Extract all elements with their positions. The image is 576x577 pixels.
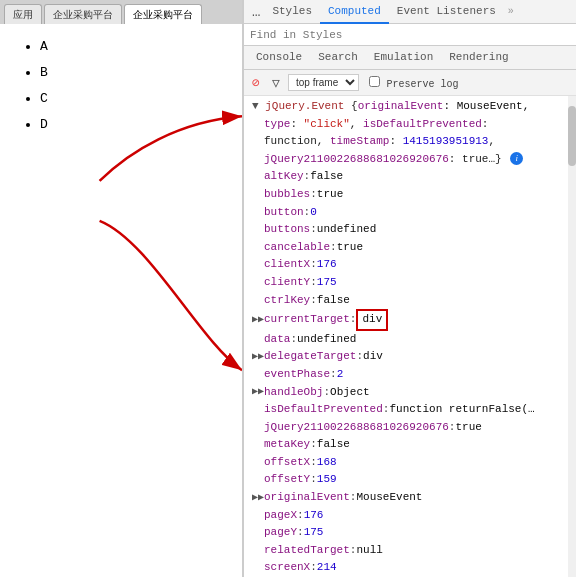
devtools-bottom-tabs: Console Search Emulation Rendering [244, 46, 576, 70]
tab-computed[interactable]: Computed [320, 0, 389, 24]
tab-console[interactable]: Console [248, 46, 310, 70]
prop-key-ctrlKey: ctrlKey [264, 292, 310, 310]
tab-rendering[interactable]: Rendering [441, 46, 516, 70]
expand-delegateTarget[interactable]: ▶ [252, 349, 264, 365]
list-item-b: B [40, 60, 226, 86]
prop-val-currentTarget: div [356, 309, 388, 331]
prop-line-altKey: altKey: false [248, 168, 572, 186]
prop-key-altKey: altKey [264, 168, 304, 186]
prop-line-bubbles: bubbles: true [248, 186, 572, 204]
prop-val-buttons: undefined [317, 221, 376, 239]
prop-key-metaKey: metaKey [264, 436, 310, 454]
prop-line-buttons: buttons: undefined [248, 221, 572, 239]
prop-key-button: button [264, 204, 304, 222]
prop-line-button: button: 0 [248, 204, 572, 222]
prop-key-handleObj: handleObj [264, 384, 323, 402]
tab-2[interactable]: 企业采购平台 [44, 4, 122, 24]
prop-line-offsetY: offsetY: 159 [248, 471, 572, 489]
prop-line-clientX: clientX: 176 [248, 256, 572, 274]
prop-key-offsetX: offsetX [264, 454, 310, 472]
prop-line-originalEvent: ▶originalEvent: MouseEvent [248, 489, 572, 507]
find-styles-input[interactable] [250, 29, 570, 41]
left-panel: 应用 企业采购平台 企业采购平台 A B C D [0, 0, 243, 577]
prop-line-clientY: clientY: 175 [248, 274, 572, 292]
expand-originalEvent[interactable]: ▶ [252, 490, 264, 506]
prop-line-currentTarget: ▶currentTarget: div [248, 309, 572, 331]
dt-ellipsis[interactable]: … [248, 4, 264, 20]
scrollbar-track[interactable] [568, 96, 576, 577]
event-header-line3: function, timeStamp: 1415193951913, [248, 133, 572, 151]
preserve-log-container: Preserve log [369, 76, 459, 90]
find-styles-bar [244, 24, 576, 46]
browser-tabs: 应用 企业采购平台 企业采购平台 [0, 0, 242, 24]
prop-val-screenX: 214 [317, 559, 337, 577]
prop-key-screenX: screenX [264, 559, 310, 577]
frame-selector[interactable]: top frame [288, 74, 359, 91]
tab-search[interactable]: Search [310, 46, 366, 70]
expand-handleObj[interactable]: ▶ [252, 384, 264, 400]
devtools-top-tabs: … Styles Computed Event Listeners » [244, 0, 576, 24]
prop-key-buttons: buttons [264, 221, 310, 239]
page-content: A B C D [0, 24, 242, 577]
prop-val-altKey: false [310, 168, 343, 186]
prop-val-offsetX: 168 [317, 454, 337, 472]
filter-icon[interactable]: ▽ [268, 75, 284, 91]
prop-val-jQuery2110022688681026920676: true [455, 419, 481, 437]
stop-icon[interactable]: ⊘ [248, 75, 264, 91]
prop-line-screenX: screenX: 214 [248, 559, 572, 577]
prop-val-clientX: 176 [317, 256, 337, 274]
preserve-log-label: Preserve log [387, 79, 459, 90]
info-icon[interactable]: i [510, 152, 523, 165]
prop-line-pageY: pageY: 175 [248, 524, 572, 542]
tab-styles[interactable]: Styles [264, 0, 320, 24]
prop-line-data: data: undefined [248, 331, 572, 349]
preserve-log-checkbox[interactable] [369, 76, 380, 87]
event-header-line2: type: "click", isDefaultPrevented: [248, 116, 572, 134]
list-item-d: D [40, 112, 226, 138]
tab-emulation[interactable]: Emulation [366, 46, 441, 70]
prop-line-offsetX: offsetX: 168 [248, 454, 572, 472]
prop-key-originalEvent: originalEvent [264, 489, 350, 507]
prop-val-pageX: 176 [304, 507, 324, 525]
prop-val-cancelable: true [337, 239, 363, 257]
toolbar-row: ⊘ ▽ top frame Preserve log [244, 70, 576, 96]
bullet-list: A B C D [16, 34, 226, 138]
prop-key-cancelable: cancelable [264, 239, 330, 257]
prop-line-handleObj: ▶handleObj: Object [248, 384, 572, 402]
devtools-panel: … Styles Computed Event Listeners » Cons… [243, 0, 576, 577]
prop-key-pageY: pageY [264, 524, 297, 542]
prop-line-jQuery2110022688681026920676: jQuery2110022688681026920676: true [248, 419, 572, 437]
expand-triangle-main[interactable]: ▼ [252, 100, 265, 112]
prop-key-clientX: clientX [264, 256, 310, 274]
prop-line-metaKey: metaKey: false [248, 436, 572, 454]
scrollbar-thumb[interactable] [568, 106, 576, 166]
prop-line-eventPhase: eventPhase: 2 [248, 366, 572, 384]
prop-key-bubbles: bubbles [264, 186, 310, 204]
prop-val-handleObj: Object [330, 384, 370, 402]
list-item-a: A [40, 34, 226, 60]
expand-currentTarget[interactable]: ▶ [252, 312, 264, 328]
prop-val-relatedTarget: null [356, 542, 382, 560]
prop-val-isDefaultPrevented: function returnFalse(… [389, 401, 534, 419]
prop-key-clientY: clientY [264, 274, 310, 292]
prop-val-originalEvent: MouseEvent [356, 489, 422, 507]
prop-val-ctrlKey: false [317, 292, 350, 310]
prop-val-bubbles: true [317, 186, 343, 204]
tab-1[interactable]: 应用 [4, 4, 42, 24]
prop-val-clientY: 175 [317, 274, 337, 292]
tab-event-listeners[interactable]: Event Listeners [389, 0, 504, 24]
list-item-c: C [40, 86, 226, 112]
prop-key-relatedTarget: relatedTarget [264, 542, 350, 560]
prop-key-currentTarget: currentTarget [264, 311, 350, 329]
props-container: altKey: falsebubbles: truebutton: 0butto… [248, 168, 572, 577]
prop-line-pageX: pageX: 176 [248, 507, 572, 525]
event-output: ▼ jQuery.Event {originalEvent: MouseEven… [244, 96, 576, 577]
tab-3[interactable]: 企业采购平台 [124, 4, 202, 24]
prop-key-offsetY: offsetY [264, 471, 310, 489]
prop-key-data: data [264, 331, 290, 349]
tab-more[interactable]: » [508, 6, 514, 17]
prop-val-pageY: 175 [304, 524, 324, 542]
prop-key-delegateTarget: delegateTarget [264, 348, 356, 366]
prop-val-data: undefined [297, 331, 356, 349]
prop-line-ctrlKey: ctrlKey: false [248, 292, 572, 310]
